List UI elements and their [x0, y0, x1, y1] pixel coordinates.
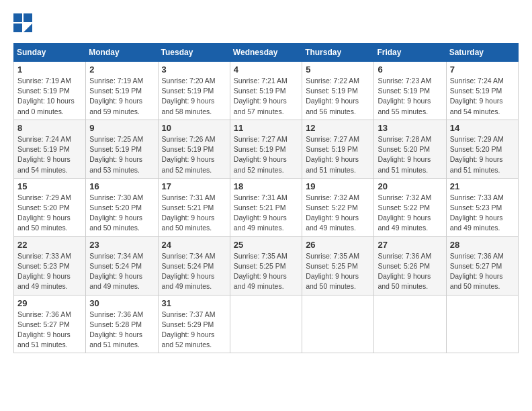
calendar-cell: 20Sunrise: 7:32 AM Sunset: 5:22 PM Dayli… [374, 178, 446, 236]
calendar-cell [302, 295, 374, 353]
calendar-cell: 2Sunrise: 7:19 AM Sunset: 5:19 PM Daylig… [86, 62, 158, 120]
day-number: 24 [162, 240, 226, 250]
weekday-header-monday: Monday [86, 44, 158, 62]
day-number: 14 [450, 123, 515, 133]
calendar-cell: 27Sunrise: 7:36 AM Sunset: 5:26 PM Dayli… [374, 236, 446, 295]
day-info: Sunrise: 7:23 AM Sunset: 5:19 PM Dayligh… [378, 76, 442, 117]
day-number: 26 [306, 240, 370, 250]
day-number: 4 [234, 64, 298, 75]
day-number: 10 [162, 123, 226, 133]
day-info: Sunrise: 7:36 AM Sunset: 5:27 PM Dayligh… [17, 310, 82, 351]
day-number: 2 [89, 64, 154, 75]
day-number: 31 [162, 298, 226, 308]
day-info: Sunrise: 7:32 AM Sunset: 5:22 PM Dayligh… [378, 193, 442, 234]
page-header [13, 13, 519, 32]
logo [13, 13, 35, 32]
day-info: Sunrise: 7:31 AM Sunset: 5:21 PM Dayligh… [234, 193, 298, 234]
day-number: 23 [89, 240, 154, 250]
calendar-week-5: 29Sunrise: 7:36 AM Sunset: 5:27 PM Dayli… [14, 295, 519, 353]
day-info: Sunrise: 7:26 AM Sunset: 5:19 PM Dayligh… [162, 134, 226, 175]
weekday-header-wednesday: Wednesday [230, 44, 302, 62]
calendar-week-4: 22Sunrise: 7:33 AM Sunset: 5:23 PM Dayli… [14, 236, 519, 295]
calendar-cell: 17Sunrise: 7:31 AM Sunset: 5:21 PM Dayli… [158, 178, 230, 236]
day-info: Sunrise: 7:21 AM Sunset: 5:19 PM Dayligh… [234, 76, 298, 117]
svg-marker-3 [24, 24, 32, 32]
calendar-cell: 13Sunrise: 7:28 AM Sunset: 5:20 PM Dayli… [374, 120, 446, 178]
logo-icon [13, 13, 32, 32]
calendar-table: SundayMondayTuesdayWednesdayThursdayFrid… [13, 43, 519, 353]
calendar-cell: 31Sunrise: 7:37 AM Sunset: 5:29 PM Dayli… [158, 295, 230, 353]
day-info: Sunrise: 7:35 AM Sunset: 5:25 PM Dayligh… [234, 251, 298, 292]
day-number: 20 [378, 181, 442, 191]
day-info: Sunrise: 7:25 AM Sunset: 5:19 PM Dayligh… [89, 134, 154, 175]
calendar-cell: 3Sunrise: 7:20 AM Sunset: 5:19 PM Daylig… [158, 62, 230, 120]
weekday-header-thursday: Thursday [302, 44, 374, 62]
day-info: Sunrise: 7:31 AM Sunset: 5:21 PM Dayligh… [162, 193, 226, 234]
day-info: Sunrise: 7:37 AM Sunset: 5:29 PM Dayligh… [162, 310, 226, 351]
day-number: 29 [17, 298, 82, 308]
calendar-cell [374, 295, 446, 353]
day-number: 3 [162, 64, 226, 75]
day-number: 17 [162, 181, 226, 191]
day-number: 25 [234, 240, 298, 250]
calendar-cell: 29Sunrise: 7:36 AM Sunset: 5:27 PM Dayli… [14, 295, 86, 353]
day-number: 18 [234, 181, 298, 191]
calendar-cell: 9Sunrise: 7:25 AM Sunset: 5:19 PM Daylig… [86, 120, 158, 178]
weekday-header-saturday: Saturday [446, 44, 518, 62]
calendar-week-3: 15Sunrise: 7:29 AM Sunset: 5:20 PM Dayli… [14, 178, 519, 236]
day-number: 12 [306, 123, 370, 133]
calendar-week-2: 8Sunrise: 7:24 AM Sunset: 5:19 PM Daylig… [14, 120, 519, 178]
day-info: Sunrise: 7:22 AM Sunset: 5:19 PM Dayligh… [306, 76, 370, 117]
day-info: Sunrise: 7:19 AM Sunset: 5:19 PM Dayligh… [89, 76, 154, 117]
calendar-cell: 25Sunrise: 7:35 AM Sunset: 5:25 PM Dayli… [230, 236, 302, 295]
calendar-cell [230, 295, 302, 353]
day-info: Sunrise: 7:33 AM Sunset: 5:23 PM Dayligh… [17, 251, 82, 292]
day-info: Sunrise: 7:33 AM Sunset: 5:23 PM Dayligh… [450, 193, 515, 234]
calendar-cell: 15Sunrise: 7:29 AM Sunset: 5:20 PM Dayli… [14, 178, 86, 236]
calendar-cell: 19Sunrise: 7:32 AM Sunset: 5:22 PM Dayli… [302, 178, 374, 236]
calendar-cell: 6Sunrise: 7:23 AM Sunset: 5:19 PM Daylig… [374, 62, 446, 120]
day-number: 30 [89, 298, 154, 308]
day-info: Sunrise: 7:24 AM Sunset: 5:19 PM Dayligh… [450, 76, 515, 117]
day-info: Sunrise: 7:20 AM Sunset: 5:19 PM Dayligh… [162, 76, 226, 117]
day-number: 27 [378, 240, 442, 250]
day-number: 16 [89, 181, 154, 191]
calendar-week-1: 1Sunrise: 7:19 AM Sunset: 5:19 PM Daylig… [14, 62, 519, 120]
svg-rect-0 [13, 13, 22, 22]
day-info: Sunrise: 7:28 AM Sunset: 5:20 PM Dayligh… [378, 134, 442, 175]
calendar-cell: 22Sunrise: 7:33 AM Sunset: 5:23 PM Dayli… [14, 236, 86, 295]
day-info: Sunrise: 7:34 AM Sunset: 5:24 PM Dayligh… [89, 251, 154, 292]
day-number: 22 [17, 240, 82, 250]
svg-rect-1 [24, 13, 32, 22]
calendar-cell: 5Sunrise: 7:22 AM Sunset: 5:19 PM Daylig… [302, 62, 374, 120]
day-info: Sunrise: 7:36 AM Sunset: 5:28 PM Dayligh… [89, 310, 154, 351]
day-number: 5 [306, 64, 370, 75]
day-info: Sunrise: 7:19 AM Sunset: 5:19 PM Dayligh… [17, 76, 82, 117]
calendar-cell [446, 295, 518, 353]
day-info: Sunrise: 7:35 AM Sunset: 5:25 PM Dayligh… [306, 251, 370, 292]
day-info: Sunrise: 7:36 AM Sunset: 5:27 PM Dayligh… [450, 251, 515, 292]
svg-rect-2 [13, 24, 22, 32]
calendar-cell: 1Sunrise: 7:19 AM Sunset: 5:19 PM Daylig… [14, 62, 86, 120]
weekday-header-tuesday: Tuesday [158, 44, 230, 62]
calendar-cell: 16Sunrise: 7:30 AM Sunset: 5:20 PM Dayli… [86, 178, 158, 236]
calendar-cell: 4Sunrise: 7:21 AM Sunset: 5:19 PM Daylig… [230, 62, 302, 120]
calendar-cell: 26Sunrise: 7:35 AM Sunset: 5:25 PM Dayli… [302, 236, 374, 295]
weekday-header-friday: Friday [374, 44, 446, 62]
calendar-cell: 10Sunrise: 7:26 AM Sunset: 5:19 PM Dayli… [158, 120, 230, 178]
calendar-cell: 18Sunrise: 7:31 AM Sunset: 5:21 PM Dayli… [230, 178, 302, 236]
calendar-header: SundayMondayTuesdayWednesdayThursdayFrid… [14, 44, 519, 62]
day-info: Sunrise: 7:34 AM Sunset: 5:24 PM Dayligh… [162, 251, 226, 292]
day-number: 28 [450, 240, 515, 250]
day-info: Sunrise: 7:32 AM Sunset: 5:22 PM Dayligh… [306, 193, 370, 234]
calendar-cell: 24Sunrise: 7:34 AM Sunset: 5:24 PM Dayli… [158, 236, 230, 295]
day-number: 8 [17, 123, 82, 133]
day-number: 15 [17, 181, 82, 191]
calendar-cell: 12Sunrise: 7:27 AM Sunset: 5:19 PM Dayli… [302, 120, 374, 178]
day-info: Sunrise: 7:30 AM Sunset: 5:20 PM Dayligh… [89, 193, 154, 234]
day-number: 19 [306, 181, 370, 191]
calendar-cell: 21Sunrise: 7:33 AM Sunset: 5:23 PM Dayli… [446, 178, 518, 236]
calendar-cell: 14Sunrise: 7:29 AM Sunset: 5:20 PM Dayli… [446, 120, 518, 178]
day-number: 9 [89, 123, 154, 133]
day-number: 1 [17, 64, 82, 75]
